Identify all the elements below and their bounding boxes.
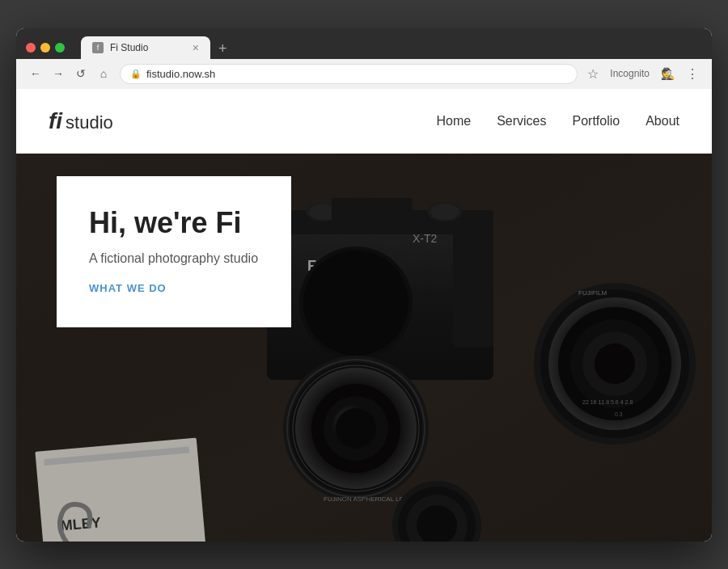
title-bar: f Fi Studio × + <box>16 28 712 59</box>
nav-portfolio[interactable]: Portfolio <box>572 114 620 129</box>
nav-services[interactable]: Services <box>497 114 546 129</box>
hero-subtext: A fictional photography studio <box>89 251 259 266</box>
hero-cta-link[interactable]: WHAT WE DO <box>89 282 167 294</box>
nav-home[interactable]: Home <box>436 114 471 129</box>
menu-button[interactable]: ⋮ <box>683 65 702 83</box>
site-header: fi studio Home Services Portfolio About <box>16 89 712 154</box>
logo-fi: fi <box>49 108 62 134</box>
back-button[interactable]: ← <box>26 64 45 83</box>
nav-about[interactable]: About <box>645 114 679 129</box>
forward-button[interactable]: → <box>49 64 68 83</box>
site-nav: Home Services Portfolio About <box>436 114 679 129</box>
active-tab[interactable]: f Fi Studio × <box>81 36 210 59</box>
home-button[interactable]: ⌂ <box>94 64 113 83</box>
hero-heading: Hi, we're Fi <box>89 205 259 240</box>
site-logo: fi studio <box>49 108 113 134</box>
browser-actions: ☆ Incognito 🕵 ⋮ <box>584 65 702 83</box>
hero-card: Hi, we're Fi A fictional photography stu… <box>57 176 291 327</box>
website-content: fi studio Home Services Portfolio About <box>16 89 712 542</box>
browser-chrome: f Fi Studio × + ← → ↺ ⌂ 🔒 fistudio.now.s… <box>16 28 712 89</box>
lock-icon: 🔒 <box>130 69 142 79</box>
tab-title: Fi Studio <box>110 42 148 53</box>
logo-studio: studio <box>66 112 113 133</box>
tab-close-button[interactable]: × <box>193 41 199 54</box>
close-button[interactable] <box>26 43 36 53</box>
address-bar[interactable]: 🔒 fistudio.now.sh <box>120 64 578 84</box>
minimize-button[interactable] <box>40 43 50 53</box>
tab-bar: f Fi Studio × + <box>81 36 702 59</box>
browser-window: f Fi Studio × + ← → ↺ ⌂ 🔒 fistudio.now.s… <box>16 28 712 542</box>
refresh-button[interactable]: ↺ <box>71 64 91 83</box>
url-text: fistudio.now.sh <box>146 68 215 80</box>
tab-favicon: f <box>92 42 104 53</box>
traffic-lights <box>26 43 65 53</box>
incognito-icon: 🕵 <box>658 65 678 82</box>
address-bar-row: ← → ↺ ⌂ 🔒 fistudio.now.sh ☆ Incognito 🕵 … <box>16 59 712 89</box>
new-tab-button[interactable]: + <box>210 38 235 59</box>
nav-buttons: ← → ↺ ⌂ <box>26 64 113 83</box>
maximize-button[interactable] <box>55 43 65 53</box>
incognito-label: Incognito <box>607 66 653 81</box>
star-button[interactable]: ☆ <box>584 65 602 83</box>
hero-section: FUJIFILM X-T2 <box>16 154 712 542</box>
